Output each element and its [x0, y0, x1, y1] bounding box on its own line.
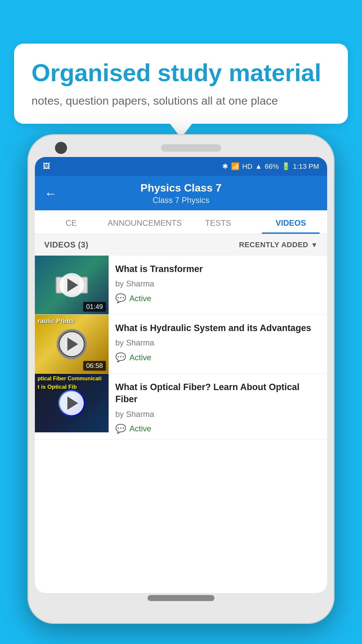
bubble-subtitle: notes, question papers, solutions all at…	[32, 93, 330, 109]
home-pill	[147, 595, 215, 601]
status-label-3: Active	[129, 424, 151, 433]
tab-ce[interactable]: CE	[35, 210, 108, 234]
status-bar: 🖼 ✱ 📶 HD ▲ 66% 🔋 1:13 PM	[35, 157, 327, 176]
bubble-title: Organised study material	[32, 60, 330, 86]
videos-count: VIDEOS (3)	[44, 240, 88, 250]
play-button-3[interactable]	[60, 391, 84, 415]
play-icon-1	[67, 278, 78, 292]
chat-icon-3: 💬	[115, 424, 126, 434]
video-title-1: What is Transformer	[115, 263, 320, 275]
battery-icon: 🔋	[282, 162, 290, 170]
phone-shell: 🖼 ✱ 📶 HD ▲ 66% 🔋 1:13 PM ← Physics Class…	[27, 134, 335, 624]
video-author-3: by Sharma	[115, 410, 320, 419]
tabs-bar: CE ANNOUNCEMENTS TESTS VIDEOS	[35, 210, 327, 234]
speech-bubble: Organised study material notes, question…	[14, 44, 348, 124]
video-thumbnail-1: 01:49	[35, 256, 109, 314]
video-duration-1: 01:49	[83, 302, 106, 312]
header-main-title: Physics Class 7	[65, 182, 297, 194]
back-button[interactable]: ←	[44, 187, 57, 200]
video-info-3: What is Optical Fiber? Learn About Optic…	[109, 374, 327, 439]
tab-tests[interactable]: TESTS	[182, 210, 254, 234]
signal-icon: 📶	[231, 162, 240, 170]
video-status-1: 💬 Active	[115, 293, 320, 304]
video-info-2: What is Hydraulic System and its Advanta…	[109, 315, 327, 368]
video-item-2[interactable]: raulic Princi 06:58 What is Hydraulic Sy…	[35, 315, 327, 374]
play-overlay-3	[35, 374, 109, 432]
status-right: ✱ 📶 HD ▲ 66% 🔋 1:13 PM	[222, 162, 319, 170]
video-title-3: What is Optical Fiber? Learn About Optic…	[115, 381, 320, 406]
sort-dropdown[interactable]: RECENTLY ADDED ▼	[239, 240, 318, 249]
video-status-2: 💬 Active	[115, 352, 320, 363]
status-label-1: Active	[129, 294, 151, 303]
video-thumbnail-2: raulic Princi 06:58	[35, 315, 109, 373]
header-title-area: Physics Class 7 Class 7 Physics	[65, 182, 297, 205]
header-breadcrumb: Class 7 Physics	[65, 196, 297, 205]
chevron-down-icon: ▼	[311, 241, 318, 249]
phone-camera	[55, 142, 67, 154]
status-label-2: Active	[129, 353, 151, 362]
play-button-2[interactable]	[60, 332, 84, 356]
video-item[interactable]: 01:49 What is Transformer by Sharma 💬 Ac…	[35, 256, 327, 315]
filter-bar: VIDEOS (3) RECENTLY ADDED ▼	[35, 234, 327, 256]
phone-speaker	[161, 144, 221, 152]
video-title-2: What is Hydraulic System and its Advanta…	[115, 322, 320, 334]
video-item-3[interactable]: ptical Fiber Communicati t is Optical Fi…	[35, 374, 327, 440]
hd-badge: HD	[242, 162, 252, 170]
video-status-3: 💬 Active	[115, 424, 320, 434]
battery-percent: 66%	[265, 162, 279, 170]
photo-icon: 🖼	[43, 162, 50, 171]
video-author-1: by Sharma	[115, 279, 320, 288]
wifi-icon: ▲	[255, 162, 262, 170]
time: 1:13 PM	[293, 162, 319, 170]
phone-screen: 🖼 ✱ 📶 HD ▲ 66% 🔋 1:13 PM ← Physics Class…	[35, 157, 327, 593]
chat-icon-1: 💬	[115, 293, 126, 304]
play-icon-3	[67, 396, 78, 410]
chat-icon-2: 💬	[115, 352, 126, 363]
play-button-1[interactable]	[60, 273, 84, 297]
tab-announcements[interactable]: ANNOUNCEMENTS	[108, 210, 182, 234]
sort-label: RECENTLY ADDED	[239, 240, 308, 249]
video-author-2: by Sharma	[115, 338, 320, 347]
app-header: ← Physics Class 7 Class 7 Physics	[35, 176, 327, 210]
status-left: 🖼	[43, 162, 50, 171]
video-duration-2: 06:58	[83, 361, 106, 371]
phone-top-bar	[35, 144, 327, 152]
video-thumbnail-3: ptical Fiber Communicati t is Optical Fi…	[35, 374, 109, 432]
video-list: 01:49 What is Transformer by Sharma 💬 Ac…	[35, 256, 327, 440]
phone-home-area	[35, 593, 327, 603]
video-info-1: What is Transformer by Sharma 💬 Active	[109, 256, 327, 309]
play-icon-2	[67, 337, 78, 351]
bluetooth-icon: ✱	[222, 162, 228, 170]
tab-videos[interactable]: VIDEOS	[254, 210, 327, 234]
